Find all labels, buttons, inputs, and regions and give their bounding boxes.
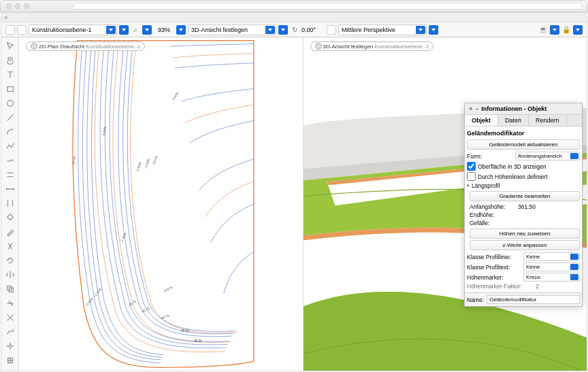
toolbar-dropdown-button[interactable] — [550, 25, 559, 35]
update-terrain-button[interactable]: Geländemodell aktualisieren — [467, 139, 580, 150]
dropdown-caret-icon — [106, 26, 116, 34]
svg-rect-0 — [7, 87, 13, 92]
selection-tool[interactable] — [4, 40, 16, 52]
svg-point-1 — [7, 101, 13, 107]
tab-daten[interactable]: Daten — [498, 115, 529, 126]
form-label: Form: — [467, 153, 513, 160]
toolbar-dropdown-button[interactable] — [278, 25, 288, 35]
rectangle-tool[interactable] — [4, 83, 16, 95]
teapot-icon[interactable]: ☕ — [538, 25, 548, 35]
class-profile-text-select[interactable]: Keine — [523, 263, 580, 271]
tool[interactable] — [4, 311, 16, 324]
application-window: × Konstruktionsebene-1 ⌕ 93% 3D-Ansicht … — [1, 12, 587, 371]
viewport-2d-plan[interactable]: 2D-Plan Draufsicht Konstruktionsebene -1 — [19, 37, 304, 371]
surface-3d-checkbox[interactable] — [467, 162, 476, 171]
panel-minimize-icon[interactable]: – — [475, 105, 478, 112]
toolbar-icon[interactable] — [327, 25, 336, 35]
height-marker-select[interactable]: Kreuz — [523, 273, 580, 282]
mirror-tool[interactable] — [4, 269, 16, 281]
tool-palette — [1, 37, 19, 371]
freehand-tool[interactable] — [4, 154, 16, 167]
window-dot[interactable] — [24, 3, 29, 9]
class-profile-line-label: Klasse Profillinie: — [467, 254, 521, 260]
edit-gradient-button[interactable]: Gradiente bearbeiten — [470, 191, 580, 201]
viewport-indicator-icon — [31, 43, 37, 50]
double-line-tool[interactable] — [4, 169, 16, 181]
elevation-label: -2.44% — [120, 232, 127, 243]
fill-tool[interactable] — [4, 212, 16, 224]
elevation-label: -3.01% — [152, 154, 159, 165]
form-select[interactable]: Änderungsbereich — [515, 152, 580, 160]
perspective-select[interactable]: Mittlere Perspektive — [338, 24, 427, 35]
elevation-label: -2.40% — [172, 91, 180, 102]
angle-value[interactable]: 0.00° — [301, 27, 325, 33]
lock-icon[interactable]: 🔒 — [561, 25, 571, 35]
tool[interactable] — [4, 354, 16, 367]
tool[interactable] — [4, 340, 16, 352]
tab-rendern[interactable]: Rendern — [529, 115, 567, 126]
rotate-tool[interactable] — [4, 254, 16, 267]
elevation-label: -2.44% — [93, 287, 103, 297]
adjust-z-button[interactable]: z-Werte anpassen — [470, 240, 580, 250]
zoom-value[interactable]: 93% — [154, 27, 174, 33]
reassign-heights-button[interactable]: Höhen neu zuweisen — [470, 229, 580, 239]
arc-tool[interactable] — [4, 126, 16, 138]
toolbar-icon[interactable] — [17, 25, 27, 35]
tool[interactable] — [4, 240, 16, 252]
object-name-input[interactable]: Geländemodifikator — [487, 295, 580, 304]
line-tool[interactable] — [4, 112, 16, 124]
circle-tool[interactable] — [4, 97, 16, 109]
view-mode-select[interactable]: 3D-Ansicht festlegen — [188, 24, 276, 35]
viewport-label[interactable]: 3D-Ansicht festlegen Konstruktionsebene … — [310, 41, 434, 51]
toolbar-icon[interactable] — [5, 25, 15, 35]
height-marker-label: Höhenmarker: — [467, 274, 521, 281]
plan-canvas[interactable]: -10.10 -2.44% -2.44% -3.44% -2.44% -2.80… — [19, 37, 303, 371]
wall-tool[interactable] — [4, 197, 16, 209]
perspective-label: Mittlere Perspektive — [342, 27, 395, 33]
panel-close-icon[interactable]: × — [469, 105, 472, 112]
longprofile-disclosure[interactable]: Längsprofil — [467, 182, 580, 190]
panel-titlebar[interactable]: × – Informationen - Objekt — [465, 103, 582, 115]
window-dot[interactable] — [15, 3, 20, 9]
pan-tool[interactable] — [4, 54, 16, 67]
viewport-label-prefix: 2D-Plan Draufsicht — [39, 44, 84, 50]
url-bar[interactable] — [74, 3, 582, 10]
toolbar-dropdown-button[interactable] — [176, 25, 186, 35]
dimension-tool[interactable] — [4, 183, 16, 195]
browser-chrome — [0, 0, 588, 12]
object-type-heading: Geländemodifikator — [467, 129, 580, 138]
elevation-label: -38.20 — [180, 329, 190, 333]
offset-tool[interactable] — [4, 283, 16, 295]
elevation-label: -36.70 — [160, 314, 170, 320]
elevation-label: -36.70 — [140, 307, 150, 314]
rotate-icon[interactable]: ↻ — [290, 25, 299, 35]
trim-tool[interactable] — [4, 297, 16, 309]
class-profile-line-select[interactable]: Keine — [523, 252, 580, 261]
eyedropper-tool[interactable] — [4, 226, 16, 238]
toolbar-dropdown-button[interactable] — [429, 25, 438, 35]
toolbar-dropdown-button[interactable] — [573, 25, 583, 35]
toolbar-dropdown-button[interactable] — [119, 25, 129, 35]
layer-select[interactable]: Konstruktionsebene-1 — [29, 24, 117, 35]
callout-tool[interactable] — [4, 326, 16, 338]
dropdown-caret-icon — [416, 26, 425, 34]
viewport-indicator-icon — [315, 43, 322, 50]
viewport-label[interactable]: 2D-Plan Draufsicht Konstruktionsebene -1 — [26, 41, 145, 51]
window-dot[interactable] — [6, 3, 12, 9]
tab-objekt[interactable]: Objekt — [465, 115, 498, 126]
zoom-icon[interactable]: ⌕ — [131, 25, 140, 35]
elevation-label: -10.10 — [71, 156, 76, 165]
tab-close-icon[interactable]: × — [4, 14, 7, 21]
layer-select-label: Konstruktionsebene-1 — [32, 27, 92, 33]
text-tool[interactable] — [4, 69, 16, 81]
polyline-tool[interactable] — [4, 140, 16, 152]
object-info-panel[interactable]: × – Informationen - Objekt Objekt Daten … — [464, 103, 583, 307]
panel-title: Informationen - Objekt — [481, 105, 546, 112]
elevation-label: -3.07% — [163, 286, 174, 293]
marker-factor-value: 2 — [536, 283, 580, 290]
viewport-label-layer: Konstruktionsebene -1 — [86, 44, 140, 50]
panel-body: Geländemodifikator Geländemodell aktuali… — [465, 126, 582, 292]
toolbar-dropdown-button[interactable] — [142, 25, 152, 35]
marker-factor-label: Höhenmarker-Faktor: — [467, 283, 534, 290]
contours-checkbox[interactable] — [467, 172, 476, 181]
